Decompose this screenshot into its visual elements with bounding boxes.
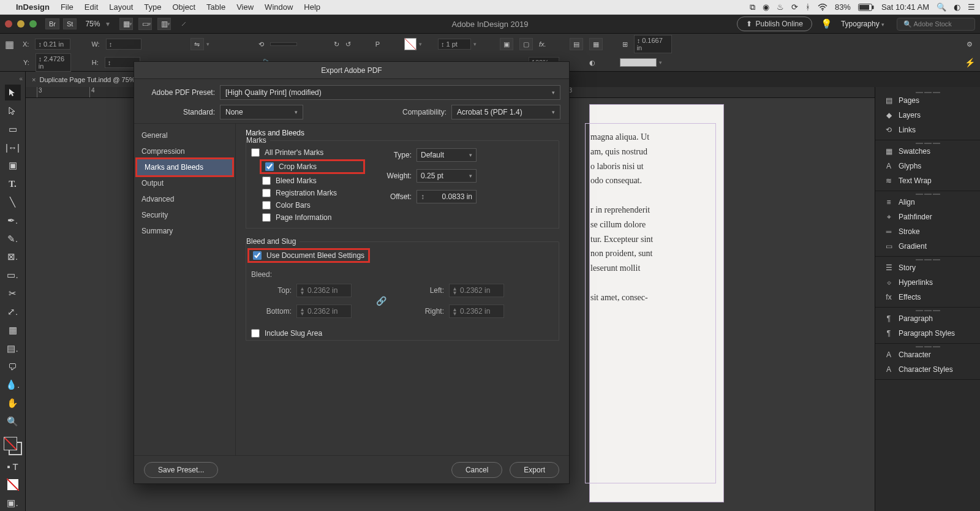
panel-layers[interactable]: ◆Layers	[875, 108, 980, 123]
free-transform-icon[interactable]: ⤢.	[5, 304, 21, 320]
dropbox-icon[interactable]: ⧉	[750, 2, 755, 12]
sync-icon[interactable]: ⟳	[791, 2, 798, 12]
crop-marks-checkbox[interactable]: Crop Marks	[265, 162, 317, 171]
default-fs-icon[interactable]	[5, 477, 21, 493]
document-tab[interactable]: × Duplicate Page Tut.indd @ 75% [C	[26, 72, 151, 87]
panel-pathfinder[interactable]: ⌖Pathfinder	[875, 210, 980, 224]
cancel-button[interactable]: Cancel	[451, 462, 502, 478]
text-wrap-none-icon[interactable]: ▤	[570, 38, 583, 50]
offset-field[interactable]: ↕ 0.0833 in	[417, 190, 477, 203]
menu-object[interactable]: Object	[173, 2, 196, 12]
compat-select[interactable]: Acrobat 5 (PDF 1.4)▾	[451, 105, 560, 119]
menu-view[interactable]: View	[236, 2, 254, 12]
panel-story[interactable]: ☰Story	[875, 260, 980, 275]
page-tool-icon[interactable]: ▭	[5, 121, 21, 137]
dim-icon[interactable]: ⊞	[622, 40, 628, 48]
char-icon[interactable]: P	[375, 40, 380, 48]
panel-swatches[interactable]: ▦Swatches	[875, 144, 980, 159]
menu-edit[interactable]: Edit	[85, 2, 98, 12]
y-field[interactable]: ↕ 2.4726 in	[36, 53, 71, 72]
stock-chip[interactable]: St	[63, 18, 77, 29]
preset-select[interactable]: [High Quality Print] (modified)▾	[220, 85, 560, 100]
close-tab-icon[interactable]: ×	[32, 76, 36, 83]
flame-icon[interactable]: ♨	[777, 2, 784, 12]
panel-hyperlinks[interactable]: ⟐Hyperlinks	[875, 275, 980, 290]
close-icon[interactable]	[5, 20, 12, 28]
color-bars-checkbox[interactable]: Color Bars	[262, 201, 361, 210]
zoom-level[interactable]: 75%	[85, 20, 100, 28]
panel-links[interactable]: ⟲Links	[875, 123, 980, 137]
panel-character-styles[interactable]: ACharacter Styles	[875, 362, 980, 377]
scissors-tool-icon[interactable]: ✂	[5, 286, 21, 301]
fit-frame-icon[interactable]: ▣	[500, 38, 513, 50]
sidebar-item-general[interactable]: General	[134, 127, 235, 143]
opacity-icon[interactable]: ◐	[589, 59, 595, 67]
type-select[interactable]: Default▾	[417, 148, 477, 162]
dim-field[interactable]: ↕ 0.1667 in	[634, 35, 672, 53]
registration-marks-checkbox[interactable]: Registration Marks	[262, 189, 361, 197]
bleed-marks-checkbox[interactable]: Bleed Marks	[262, 176, 361, 185]
notifications-icon[interactable]: ☰	[968, 2, 975, 12]
bluetooth-icon[interactable]: ᚼ	[805, 2, 810, 12]
zoom-dd-icon[interactable]: ▾	[106, 20, 110, 28]
window-controls[interactable]	[5, 20, 37, 28]
type-tool-icon[interactable]: T.	[5, 176, 21, 192]
weight-select[interactable]: 0.25 pt▾	[417, 169, 477, 183]
panel-menu-icon[interactable]: ⚙	[967, 40, 973, 48]
workspace-switcher[interactable]: Typography ▾	[841, 20, 884, 28]
rect-frame-tool-icon[interactable]: ⊠.	[5, 249, 21, 265]
text-wrap-bbox-icon[interactable]: ▦	[589, 38, 603, 50]
sidebar-item-summary[interactable]: Summary	[134, 223, 235, 239]
battery-icon[interactable]	[858, 4, 874, 11]
bridge-chip[interactable]: Br	[45, 18, 59, 29]
apply-color-icon[interactable]: ▪ T	[5, 459, 21, 475]
sidebar-item-security[interactable]: Security	[134, 207, 235, 223]
selection-tool-icon[interactable]	[5, 85, 21, 100]
ref-point-icon[interactable]: ▦	[5, 39, 14, 50]
fill-icon[interactable]	[404, 38, 417, 50]
rotate-field[interactable]	[270, 42, 297, 46]
panel-pages[interactable]: ▤Pages	[875, 93, 980, 108]
all-printer-marks-checkbox[interactable]: All Printer's Marks	[251, 148, 361, 157]
panel-paragraph-styles[interactable]: ¶Paragraph Styles	[875, 326, 980, 341]
app-name[interactable]: InDesign	[16, 2, 50, 12]
export-button[interactable]: Export	[510, 462, 559, 478]
clock[interactable]: Sat 10:41 AM	[881, 2, 929, 12]
fx-icon[interactable]: fx.	[539, 40, 546, 48]
line-tool-icon[interactable]: ╲	[5, 194, 21, 210]
panel-effects[interactable]: fxEffects	[875, 290, 980, 305]
fill-stroke-swap[interactable]	[2, 436, 23, 456]
gpu-icon[interactable]: ⟋	[180, 20, 187, 28]
page-info-checkbox[interactable]: Page Information	[262, 213, 361, 222]
x-field[interactable]: ↕ 0.21 in	[35, 39, 70, 50]
gradient-swatch-icon[interactable]: ▦	[5, 322, 21, 338]
menu-file[interactable]: File	[61, 2, 74, 12]
text-frame[interactable]: magna aliqua. Ut am, quis nostrud o labo…	[585, 123, 716, 483]
w-field[interactable]: ↕	[106, 39, 141, 50]
panel-stroke[interactable]: ═Stroke	[875, 224, 980, 239]
zoom-icon[interactable]	[29, 20, 37, 28]
menu-table[interactable]: Table	[206, 2, 225, 12]
panel-gradient[interactable]: ▭Gradient	[875, 239, 980, 254]
collapse-icon[interactable]: «	[0, 75, 25, 82]
eyedropper-tool-icon[interactable]: 💧.	[5, 377, 21, 393]
siri-icon[interactable]: ◐	[954, 2, 960, 12]
pencil-tool-icon[interactable]: ✎.	[5, 231, 21, 247]
fit-content-icon[interactable]: ▢	[519, 38, 533, 50]
rotate-ccw-icon[interactable]: ↺	[345, 40, 351, 48]
stroke-weight[interactable]: ↕ 1 pt	[438, 39, 471, 50]
stroke-panel-icon[interactable]	[620, 58, 657, 67]
menu-layout[interactable]: Layout	[109, 2, 133, 12]
flip-h-icon[interactable]: ⇋	[190, 38, 204, 50]
menu-type[interactable]: Type	[144, 2, 161, 12]
spotlight-icon[interactable]: 🔍	[937, 2, 946, 12]
document-page[interactable]: magna aliqua. Ut am, quis nostrud o labo…	[589, 104, 724, 502]
rect-tool-icon[interactable]: ▭.	[5, 267, 21, 283]
menu-window[interactable]: Window	[265, 2, 293, 12]
quick-apply-icon[interactable]: ⚡	[965, 58, 975, 67]
publish-online-button[interactable]: ⬆Publish Online	[737, 17, 812, 31]
panel-paragraph[interactable]: ¶Paragraph	[875, 311, 980, 326]
standard-select[interactable]: None▾	[220, 105, 303, 119]
gradient-feather-icon[interactable]: ▤.	[5, 341, 21, 357]
zoom-tool-icon[interactable]: 🔍	[5, 414, 21, 430]
